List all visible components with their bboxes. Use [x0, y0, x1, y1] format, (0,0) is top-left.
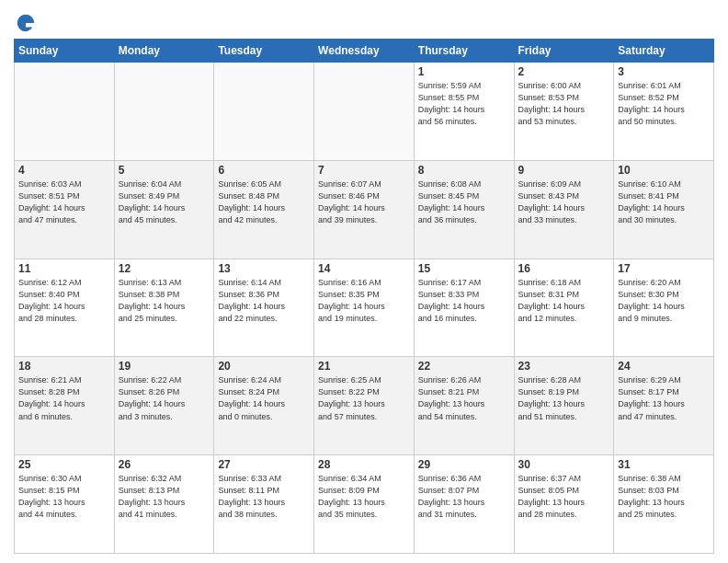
calendar-cell [114, 63, 214, 161]
day-number: 28 [318, 458, 410, 471]
calendar-page: SundayMondayTuesdayWednesdayThursdayFrid… [0, 0, 728, 563]
calendar-cell: 23Sunrise: 6:28 AMSunset: 8:19 PMDayligh… [514, 357, 614, 455]
day-info: Sunrise: 6:18 AMSunset: 8:31 PMDaylight:… [518, 277, 610, 325]
calendar-cell: 7Sunrise: 6:07 AMSunset: 8:46 PMDaylight… [314, 160, 415, 259]
day-number: 24 [618, 360, 710, 373]
day-number: 4 [18, 164, 110, 177]
day-number: 9 [518, 164, 610, 177]
day-number: 13 [218, 262, 310, 275]
calendar-cell: 24Sunrise: 6:29 AMSunset: 8:17 PMDayligh… [614, 357, 714, 455]
calendar-cell [15, 63, 115, 161]
day-number: 15 [418, 262, 510, 275]
day-number: 31 [618, 458, 710, 471]
day-number: 21 [318, 360, 410, 373]
col-header-saturday: Saturday [614, 40, 714, 63]
day-info: Sunrise: 6:12 AMSunset: 8:40 PMDaylight:… [18, 277, 110, 325]
calendar-week-row: 11Sunrise: 6:12 AMSunset: 8:40 PMDayligh… [15, 259, 714, 357]
calendar-week-row: 18Sunrise: 6:21 AMSunset: 8:28 PMDayligh… [15, 357, 714, 455]
calendar-cell: 9Sunrise: 6:09 AMSunset: 8:43 PMDaylight… [514, 160, 614, 259]
day-number: 5 [119, 164, 210, 177]
day-info: Sunrise: 6:03 AMSunset: 8:51 PMDaylight:… [18, 178, 110, 226]
calendar-cell: 22Sunrise: 6:26 AMSunset: 8:21 PMDayligh… [414, 357, 514, 455]
day-info: Sunrise: 6:33 AMSunset: 8:11 PMDaylight:… [218, 473, 310, 521]
calendar-cell: 1Sunrise: 5:59 AMSunset: 8:55 PMDaylight… [414, 63, 514, 161]
calendar-cell: 29Sunrise: 6:36 AMSunset: 8:07 PMDayligh… [414, 455, 514, 554]
day-info: Sunrise: 6:07 AMSunset: 8:46 PMDaylight:… [318, 178, 410, 226]
col-header-thursday: Thursday [414, 40, 514, 63]
day-number: 8 [418, 164, 510, 177]
calendar-cell: 11Sunrise: 6:12 AMSunset: 8:40 PMDayligh… [15, 259, 115, 357]
day-info: Sunrise: 6:01 AMSunset: 8:52 PMDaylight:… [618, 80, 710, 128]
day-number: 18 [18, 360, 110, 373]
calendar-cell: 3Sunrise: 6:01 AMSunset: 8:52 PMDaylight… [614, 63, 714, 161]
calendar-cell: 15Sunrise: 6:17 AMSunset: 8:33 PMDayligh… [414, 259, 514, 357]
calendar-cell: 20Sunrise: 6:24 AMSunset: 8:24 PMDayligh… [214, 357, 314, 455]
calendar-cell: 14Sunrise: 6:16 AMSunset: 8:35 PMDayligh… [314, 259, 415, 357]
calendar-cell: 26Sunrise: 6:32 AMSunset: 8:13 PMDayligh… [114, 455, 214, 554]
day-number: 14 [318, 262, 410, 275]
day-info: Sunrise: 6:09 AMSunset: 8:43 PMDaylight:… [518, 178, 610, 226]
calendar-week-row: 4Sunrise: 6:03 AMSunset: 8:51 PMDaylight… [15, 160, 714, 259]
calendar-cell: 21Sunrise: 6:25 AMSunset: 8:22 PMDayligh… [314, 357, 415, 455]
day-number: 22 [418, 360, 510, 373]
day-number: 17 [618, 262, 710, 275]
col-header-wednesday: Wednesday [314, 40, 415, 63]
day-info: Sunrise: 6:22 AMSunset: 8:26 PMDaylight:… [119, 374, 210, 422]
calendar-cell: 4Sunrise: 6:03 AMSunset: 8:51 PMDaylight… [15, 160, 115, 259]
day-info: Sunrise: 6:29 AMSunset: 8:17 PMDaylight:… [618, 374, 710, 422]
col-header-tuesday: Tuesday [214, 40, 314, 63]
day-number: 10 [618, 164, 710, 177]
calendar-cell: 27Sunrise: 6:33 AMSunset: 8:11 PMDayligh… [214, 455, 314, 554]
day-number: 25 [18, 458, 110, 471]
day-info: Sunrise: 6:08 AMSunset: 8:45 PMDaylight:… [418, 178, 510, 226]
logo-icon [16, 13, 36, 33]
day-info: Sunrise: 6:00 AMSunset: 8:53 PMDaylight:… [518, 80, 610, 128]
day-info: Sunrise: 6:26 AMSunset: 8:21 PMDaylight:… [418, 374, 510, 422]
day-info: Sunrise: 6:16 AMSunset: 8:35 PMDaylight:… [318, 277, 410, 325]
calendar-cell [314, 63, 415, 161]
day-number: 1 [418, 65, 510, 78]
day-number: 30 [518, 458, 610, 471]
calendar-cell: 17Sunrise: 6:20 AMSunset: 8:30 PMDayligh… [614, 259, 714, 357]
day-info: Sunrise: 6:13 AMSunset: 8:38 PMDaylight:… [119, 277, 210, 325]
calendar-cell: 12Sunrise: 6:13 AMSunset: 8:38 PMDayligh… [114, 259, 214, 357]
day-info: Sunrise: 6:28 AMSunset: 8:19 PMDaylight:… [518, 374, 610, 422]
calendar-week-row: 1Sunrise: 5:59 AMSunset: 8:55 PMDaylight… [15, 63, 714, 161]
day-number: 16 [518, 262, 610, 275]
day-info: Sunrise: 6:25 AMSunset: 8:22 PMDaylight:… [318, 374, 410, 422]
calendar-cell: 19Sunrise: 6:22 AMSunset: 8:26 PMDayligh… [114, 357, 214, 455]
day-info: Sunrise: 6:17 AMSunset: 8:33 PMDaylight:… [418, 277, 510, 325]
calendar-table: SundayMondayTuesdayWednesdayThursdayFrid… [14, 39, 714, 554]
day-number: 7 [318, 164, 410, 177]
day-info: Sunrise: 6:37 AMSunset: 8:05 PMDaylight:… [518, 473, 610, 521]
day-info: Sunrise: 6:30 AMSunset: 8:15 PMDaylight:… [18, 473, 110, 521]
day-number: 6 [218, 164, 310, 177]
calendar-cell: 28Sunrise: 6:34 AMSunset: 8:09 PMDayligh… [314, 455, 415, 554]
day-info: Sunrise: 6:24 AMSunset: 8:24 PMDaylight:… [218, 374, 310, 422]
calendar-header-row: SundayMondayTuesdayWednesdayThursdayFrid… [15, 40, 714, 63]
day-number: 26 [119, 458, 210, 471]
day-info: Sunrise: 6:10 AMSunset: 8:41 PMDaylight:… [618, 178, 710, 226]
day-number: 2 [518, 65, 610, 78]
calendar-cell: 31Sunrise: 6:38 AMSunset: 8:03 PMDayligh… [614, 455, 714, 554]
col-header-sunday: Sunday [15, 40, 115, 63]
calendar-cell: 16Sunrise: 6:18 AMSunset: 8:31 PMDayligh… [514, 259, 614, 357]
day-info: Sunrise: 6:36 AMSunset: 8:07 PMDaylight:… [418, 473, 510, 521]
day-number: 27 [218, 458, 310, 471]
day-number: 3 [618, 65, 710, 78]
col-header-friday: Friday [514, 40, 614, 63]
calendar-cell [214, 63, 314, 161]
col-header-monday: Monday [114, 40, 214, 63]
day-info: Sunrise: 6:32 AMSunset: 8:13 PMDaylight:… [119, 473, 210, 521]
calendar-cell: 8Sunrise: 6:08 AMSunset: 8:45 PMDaylight… [414, 160, 514, 259]
calendar-cell: 25Sunrise: 6:30 AMSunset: 8:15 PMDayligh… [15, 455, 115, 554]
day-info: Sunrise: 6:38 AMSunset: 8:03 PMDaylight:… [618, 473, 710, 521]
day-info: Sunrise: 6:21 AMSunset: 8:28 PMDaylight:… [18, 374, 110, 422]
day-number: 12 [119, 262, 210, 275]
day-info: Sunrise: 5:59 AMSunset: 8:55 PMDaylight:… [418, 80, 510, 128]
header [14, 9, 714, 33]
day-number: 20 [218, 360, 310, 373]
day-info: Sunrise: 6:05 AMSunset: 8:48 PMDaylight:… [218, 178, 310, 226]
calendar-cell: 18Sunrise: 6:21 AMSunset: 8:28 PMDayligh… [15, 357, 115, 455]
day-info: Sunrise: 6:04 AMSunset: 8:49 PMDaylight:… [119, 178, 210, 226]
